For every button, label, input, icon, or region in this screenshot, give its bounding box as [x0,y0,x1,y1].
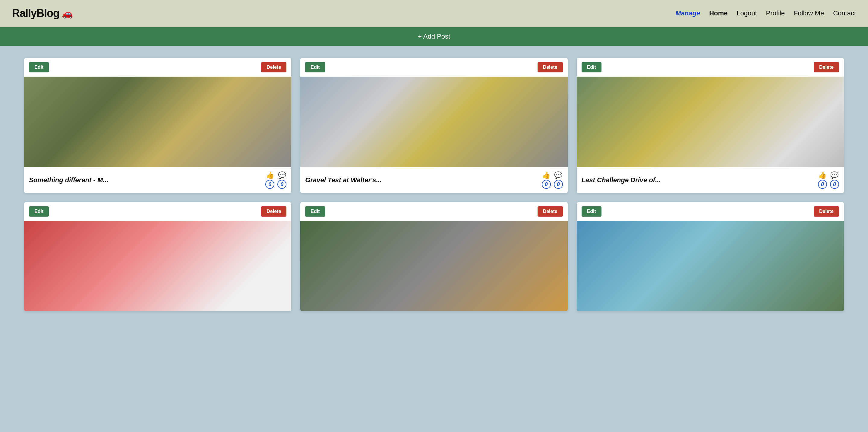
nav-logout[interactable]: Logout [737,9,757,17]
card-image [300,77,567,167]
delete-button[interactable]: Delete [261,206,286,217]
post-card-1: Edit Delete Something different - M... 👍… [24,58,291,193]
thumbs-up-icon[interactable]: 👍 [542,171,550,179]
post-card-5: Edit Delete [300,202,567,311]
thumbs-up-icon[interactable]: 👍 [818,171,827,179]
card-title: Last Challenge Drive of... [582,176,818,184]
card-image [577,77,844,167]
post-card-3: Edit Delete Last Challenge Drive of... 👍… [577,58,844,193]
add-post-bar[interactable]: + Add Post [0,27,868,46]
likes-group: 👍 0 [542,171,551,189]
comment-icon[interactable]: 💬 [278,171,286,179]
card-footer: Last Challenge Drive of... 👍 0 💬 0 [577,167,844,193]
card-image [300,221,567,311]
nav-manage[interactable]: Manage [675,9,700,17]
nav-profile[interactable]: Profile [766,9,785,17]
comments-group: 💬 0 [277,171,286,189]
logo[interactable]: RallyBlog 🚗 [12,7,73,20]
delete-button[interactable]: Delete [537,206,563,217]
edit-button[interactable]: Edit [305,206,325,217]
thumbs-up-icon[interactable]: 👍 [266,171,274,179]
comments-group: 💬 0 [554,171,563,189]
delete-button[interactable]: Delete [537,62,563,73]
likes-count: 0 [542,180,551,189]
card-header: Edit Delete [577,58,844,77]
edit-button[interactable]: Edit [29,62,49,73]
card-actions: 👍 0 💬 0 [542,171,563,189]
card-header: Edit Delete [24,58,291,77]
card-header: Edit Delete [24,202,291,221]
car-icon: 🚗 [62,8,73,19]
comments-group: 💬 0 [830,171,839,189]
card-header: Edit Delete [577,202,844,221]
logo-text: RallyBlog [12,7,59,20]
comment-icon[interactable]: 💬 [830,171,838,179]
likes-group: 👍 0 [265,171,274,189]
post-card-4: Edit Delete [24,202,291,311]
comments-count: 0 [277,180,286,189]
card-footer: Gravel Test at Walter's... 👍 0 💬 0 [300,167,567,193]
posts-grid: Edit Delete Something different - M... 👍… [24,58,844,311]
edit-button[interactable]: Edit [582,62,601,73]
delete-button[interactable]: Delete [814,206,839,217]
post-card-6: Edit Delete [577,202,844,311]
card-actions: 👍 0 💬 0 [265,171,286,189]
main-content: Edit Delete Something different - M... 👍… [0,46,868,323]
card-image [577,221,844,311]
nav-contact[interactable]: Contact [833,9,856,17]
card-image [24,221,291,311]
likes-group: 👍 0 [818,171,827,189]
card-footer: Something different - M... 👍 0 💬 0 [24,167,291,193]
card-image [24,77,291,167]
card-title: Gravel Test at Walter's... [305,176,541,184]
delete-button[interactable]: Delete [814,62,839,73]
likes-count: 0 [818,180,827,189]
nav: Manage Home Logout Profile Follow Me Con… [675,9,856,17]
add-post-label: + Add Post [418,33,450,40]
header: RallyBlog 🚗 Manage Home Logout Profile F… [0,0,868,27]
post-card-2: Edit Delete Gravel Test at Walter's... 👍… [300,58,567,193]
card-header: Edit Delete [300,202,567,221]
edit-button[interactable]: Edit [29,206,49,217]
comment-icon[interactable]: 💬 [554,171,562,179]
card-header: Edit Delete [300,58,567,77]
edit-button[interactable]: Edit [305,62,325,73]
comments-count: 0 [554,180,563,189]
card-actions: 👍 0 💬 0 [818,171,839,189]
nav-follow-me[interactable]: Follow Me [794,9,824,17]
edit-button[interactable]: Edit [582,206,601,217]
delete-button[interactable]: Delete [261,62,286,73]
card-title: Something different - M... [29,176,265,184]
likes-count: 0 [265,180,274,189]
comments-count: 0 [830,180,839,189]
nav-home[interactable]: Home [709,9,727,17]
